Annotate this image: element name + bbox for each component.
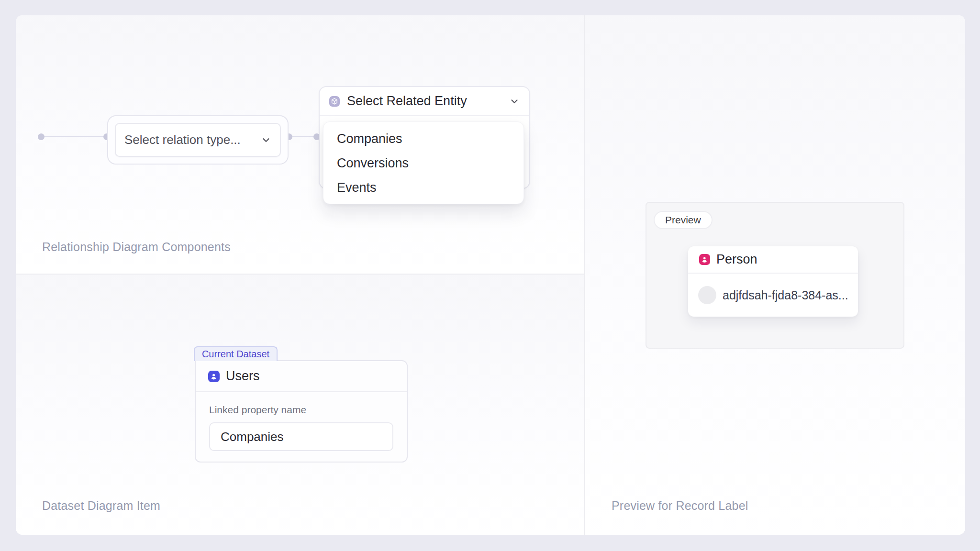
preview-panel: Preview Person adjfdsah-fjda8-384-as... bbox=[646, 202, 904, 349]
relation-node: Select relation type... bbox=[107, 115, 289, 165]
dataset-section-label: Dataset Diagram Item bbox=[42, 499, 160, 513]
menu-item-companies[interactable]: Companies bbox=[323, 127, 523, 151]
current-dataset-badge: Current Dataset bbox=[194, 346, 278, 361]
preview-badge: Preview bbox=[654, 211, 713, 229]
related-entity-select[interactable]: Select Related Entity bbox=[320, 87, 529, 116]
relation-type-select[interactable]: Select relation type... bbox=[115, 123, 281, 157]
chevron-down-icon bbox=[509, 96, 520, 107]
person-icon bbox=[699, 254, 710, 265]
record-type-title: Person bbox=[716, 252, 757, 267]
dataset-card-header: Users bbox=[196, 361, 407, 392]
record-card-header: Person bbox=[688, 246, 858, 274]
entity-dropdown-menu: Companies Conversions Events bbox=[323, 121, 524, 204]
linked-property-label: Linked property name bbox=[209, 404, 306, 416]
record-id-text: adjfdsah-fjda8-384-as... bbox=[723, 288, 848, 302]
entity-cube-icon bbox=[329, 96, 340, 107]
chevron-down-icon bbox=[261, 135, 271, 145]
preview-section-label: Preview for Record Label bbox=[612, 499, 748, 513]
users-person-icon bbox=[208, 371, 220, 382]
record-avatar bbox=[698, 286, 716, 304]
dataset-card: Users Linked property name Companies bbox=[195, 360, 408, 463]
vertical-divider bbox=[584, 15, 585, 535]
relationship-section-label: Relationship Diagram Components bbox=[42, 240, 231, 254]
related-entity-label: Select Related Entity bbox=[347, 94, 509, 109]
connector-line-left bbox=[41, 136, 107, 137]
connector-dot bbox=[38, 133, 45, 140]
relation-type-placeholder: Select relation type... bbox=[124, 132, 261, 147]
dataset-title: Users bbox=[226, 369, 260, 384]
record-card-body: adjfdsah-fjda8-384-as... bbox=[688, 274, 858, 317]
menu-item-conversions[interactable]: Conversions bbox=[323, 151, 523, 176]
linked-property-input[interactable]: Companies bbox=[209, 422, 393, 451]
record-label-card: Person adjfdsah-fjda8-384-as... bbox=[688, 246, 858, 317]
component-canvas: Select relation type... Select Related E… bbox=[16, 15, 965, 535]
horizontal-divider bbox=[16, 274, 584, 275]
menu-item-events[interactable]: Events bbox=[323, 176, 523, 200]
